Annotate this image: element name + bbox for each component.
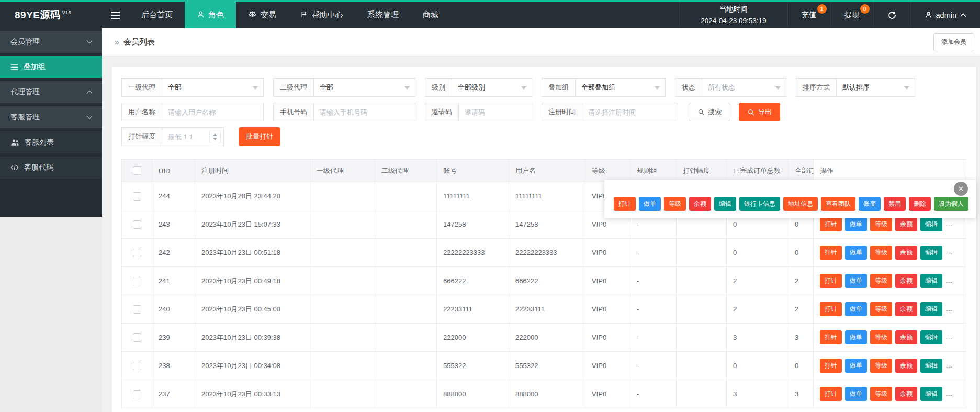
row-action-button[interactable]: 打针 xyxy=(820,274,842,288)
popup-action-button[interactable]: 查看团队 xyxy=(821,197,855,211)
row-action-button[interactable]: 编辑 xyxy=(920,330,942,344)
popup-action-button[interactable]: 禁用 xyxy=(884,197,906,211)
popup-action-button[interactable]: 账变 xyxy=(859,197,881,211)
popup-action-button[interactable]: 做单 xyxy=(639,197,661,211)
row-action-button[interactable]: 做单 xyxy=(845,330,867,344)
withdraw-button[interactable]: 提现 0 xyxy=(830,2,873,28)
invite-code-input[interactable] xyxy=(459,103,532,121)
filter-username: 用户名称 xyxy=(121,103,264,121)
sidebar-item-service-code[interactable]: 客服代码 xyxy=(0,157,102,179)
popup-action-button[interactable]: 地址信息 xyxy=(783,197,818,211)
popup-close-button[interactable]: ✕ xyxy=(954,182,968,196)
row-action-button[interactable]: 编辑 xyxy=(920,359,942,373)
reg-time-input[interactable] xyxy=(582,103,677,121)
row-action-button[interactable]: 余额 xyxy=(895,274,917,288)
sidebar-item-overlay-group[interactable]: 叠加组 xyxy=(0,56,102,78)
row-action-button[interactable]: 打针 xyxy=(820,302,842,316)
row-action-button[interactable]: 等级 xyxy=(870,330,892,344)
cell-uid: 243 xyxy=(152,210,195,239)
filter-sort-select[interactable]: 默认排序 xyxy=(837,78,915,97)
content-panel: 一级代理 全部 二级代理 全部 级别 全部级别 叠加组 全部叠加组 状态 所 xyxy=(111,66,976,412)
row-checkbox[interactable] xyxy=(133,192,141,201)
username-input[interactable] xyxy=(162,103,264,121)
popup-action-button[interactable]: 编辑 xyxy=(714,197,736,211)
filter-status-select[interactable]: 所有状态 xyxy=(702,78,786,97)
row-action-button[interactable]: 余额 xyxy=(895,387,917,401)
row-checkbox[interactable] xyxy=(133,277,141,285)
caret-down-icon xyxy=(904,86,909,90)
row-action-button[interactable]: 余额 xyxy=(895,359,917,373)
popup-action-button[interactable]: 删除 xyxy=(909,197,931,211)
row-action-button[interactable]: 编辑 xyxy=(920,217,942,231)
row-action-button[interactable]: 余额 xyxy=(895,302,917,316)
row-action-button[interactable]: 余额 xyxy=(895,246,917,260)
row-action-button[interactable]: 做单 xyxy=(845,274,867,288)
row-action-button[interactable]: 等级 xyxy=(870,217,892,231)
row-action-button[interactable]: 编辑 xyxy=(920,274,942,288)
row-action-button[interactable]: 等级 xyxy=(870,302,892,316)
row-action-button[interactable]: 等级 xyxy=(870,246,892,260)
nav-tab-trade[interactable]: 交易 xyxy=(236,2,288,28)
row-action-button[interactable]: 做单 xyxy=(845,387,867,401)
number-stepper[interactable] xyxy=(209,130,221,143)
cell-all: 2 xyxy=(788,267,814,295)
row-action-button[interactable]: 等级 xyxy=(870,387,892,401)
popup-action-button[interactable]: 余额 xyxy=(689,197,711,211)
row-action-button[interactable]: 编辑 xyxy=(920,302,942,316)
search-button[interactable]: 搜索 xyxy=(689,103,730,121)
select-all-checkbox[interactable] xyxy=(133,166,141,175)
filter-agent2-select[interactable]: 全部 xyxy=(314,78,415,97)
cell-actions: 打针做单等级余额编辑… xyxy=(814,295,966,324)
sidebar-toggle-button[interactable] xyxy=(102,2,129,28)
popup-action-button[interactable]: 打针 xyxy=(614,197,636,211)
row-action-button[interactable]: 打针 xyxy=(820,387,842,401)
sidebar-item-member-management[interactable]: 会员管理 xyxy=(0,31,102,53)
sidebar-item-service-management[interactable]: 客服管理 xyxy=(0,106,102,128)
row-action-button[interactable]: 等级 xyxy=(870,274,892,288)
stepper-up-icon[interactable] xyxy=(213,133,217,136)
popup-action-button[interactable]: 设为假人 xyxy=(934,197,968,211)
row-action-button[interactable]: 编辑 xyxy=(920,246,942,260)
row-checkbox[interactable] xyxy=(133,333,141,342)
export-button[interactable]: 导出 xyxy=(739,103,780,121)
row-action-button[interactable]: 等级 xyxy=(870,359,892,373)
sidebar-item-agent-management[interactable]: 代理管理 xyxy=(0,81,102,103)
nav-tab-system[interactable]: 系统管理 xyxy=(355,2,411,28)
row-action-button[interactable]: 编辑 xyxy=(920,387,942,401)
batch-inject-button[interactable]: 批量打针 xyxy=(239,127,280,146)
stepper-down-icon[interactable] xyxy=(213,138,217,140)
recharge-button[interactable]: 充值 1 xyxy=(787,2,830,28)
nav-tab-help[interactable]: 帮助中心 xyxy=(288,2,355,28)
row-action-button[interactable]: 做单 xyxy=(845,246,867,260)
filter-agent1-select[interactable]: 全部 xyxy=(162,78,264,97)
row-action-button[interactable]: 打针 xyxy=(820,330,842,344)
row-action-button[interactable]: 做单 xyxy=(845,217,867,231)
row-action-button[interactable]: 打针 xyxy=(820,217,842,231)
row-checkbox[interactable] xyxy=(133,249,141,257)
row-action-button[interactable]: 做单 xyxy=(845,359,867,373)
nav-tab-mall[interactable]: 商城 xyxy=(411,2,450,28)
add-member-button[interactable]: 添加会员 xyxy=(933,33,974,51)
phone-input[interactable] xyxy=(314,103,415,121)
nav-tab-home[interactable]: 后台首页 xyxy=(129,2,185,28)
inject-range-input[interactable] xyxy=(162,128,209,146)
filter-level-select[interactable]: 全部级别 xyxy=(452,78,532,97)
filter-overlay-group-select[interactable]: 全部叠加组 xyxy=(576,78,666,97)
row-action-button[interactable]: 余额 xyxy=(895,330,917,344)
row-checkbox[interactable] xyxy=(133,362,141,370)
row-checkbox[interactable] xyxy=(133,390,141,398)
row-action-button[interactable]: 余额 xyxy=(895,217,917,231)
sidebar-item-service-list[interactable]: 客服列表 xyxy=(0,131,102,153)
row-action-button[interactable]: 做单 xyxy=(845,302,867,316)
row-checkbox[interactable] xyxy=(133,305,141,314)
popup-action-button[interactable]: 银行卡信息 xyxy=(739,197,780,211)
popup-action-button[interactable]: 等级 xyxy=(664,197,686,211)
refresh-button[interactable] xyxy=(873,2,910,28)
user-menu[interactable]: admin xyxy=(910,2,980,28)
row-checkbox[interactable] xyxy=(133,220,141,229)
row-action-button[interactable]: 打针 xyxy=(820,246,842,260)
row-action-button[interactable]: 打针 xyxy=(820,359,842,373)
top-navbar: 89YE源码 V16 后台首页角色交易帮助中心系统管理商城 当地时间 2024-… xyxy=(0,0,980,28)
nav-tab-role[interactable]: 角色 xyxy=(185,2,236,28)
page-root: 89YE源码 V16 后台首页角色交易帮助中心系统管理商城 当地时间 2024-… xyxy=(0,0,980,412)
